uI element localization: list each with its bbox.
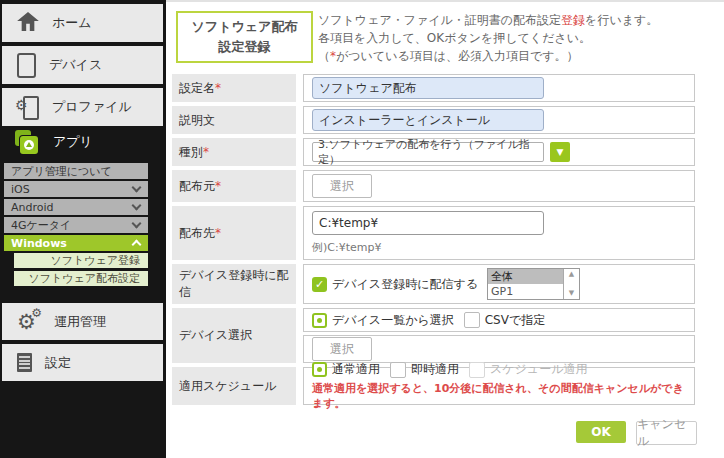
source-select-button[interactable]: 選択 [312,174,372,198]
csv-checkbox-label: CSVで指定 [485,312,546,329]
chevron-down-icon [132,219,142,229]
submenu-label: iOS [11,183,30,196]
type-select-value: 3.ソフトウェアの配布を行う（ファイル指定） [318,137,538,167]
sidebar-item-software-distribution[interactable]: ソフトウェア配布設定 [14,271,148,286]
submenu-label: アプリ管理について [11,164,112,179]
submenu-label: Windows [11,237,67,250]
schedule-options: 通常適用 即時適用 スケジュール適用 [312,361,597,378]
schedule-apply-checkbox [469,362,485,378]
page-title-line1: ソフトウェア配布 [192,17,298,37]
scroll-down-icon[interactable]: ▼ [569,290,574,297]
schedule-apply-label: スケジュール適用 [490,361,587,378]
sidebar-item-label: 設定 [45,354,71,372]
chevron-down-icon [132,201,142,211]
sidebar-item-label: アプリ [53,133,93,151]
cancel-button[interactable]: キャンセル [636,421,697,445]
group-list-item[interactable]: GP1 [488,284,563,299]
normal-apply-label: 通常適用 [332,361,380,378]
field-label-schedule: 適用スケジュール [172,367,296,405]
field-label-source: 配布元* [172,170,296,202]
field-cell-description [303,106,695,134]
sidebar-item-label: 運用管理 [54,313,106,331]
field-label-destination: 配布先* [172,206,296,260]
submenu-label: ソフトウェア登録 [50,253,140,268]
sidebar-item-android[interactable]: Android [4,199,148,215]
page-title-line2: 設定登録 [219,37,271,57]
sidebar: ホーム デバイス ⚙ プロファイル アプリ アプリ管理について iOS [0,0,166,458]
type-select-dropdown-button[interactable]: ▼ [550,142,570,162]
device-icon [17,53,36,78]
sidebar-item-windows[interactable]: Windows [4,235,148,251]
csv-checkbox[interactable] [464,312,480,328]
sidebar-item-label: プロファイル [52,98,132,116]
setting-name-input[interactable] [312,77,544,99]
field-cell-device-select-options: デバイス一覧から選択 CSVで指定 [303,308,695,332]
scroll-up-icon[interactable]: ▲ [569,271,574,278]
home-icon [17,12,39,34]
description-line2: 各項目を入力して、OKボタンを押してください。 [318,29,658,47]
field-cell-schedule: 通常適用 即時適用 スケジュール適用 通常適用を選択すると、10分後に配信され、… [303,367,695,405]
sidebar-item-operations[interactable]: ⚙ ⚙ 運用管理 [2,303,163,340]
group-list-item[interactable]: 全体 [488,269,563,284]
description-line3: （*がついている項目は、必須入力項目です。） [318,47,658,65]
field-cell-setting-name [303,74,695,102]
sidebar-item-4g[interactable]: 4Gケータイ [4,217,148,233]
device-list-radio[interactable] [312,313,327,328]
sidebar-item-app-management[interactable]: アプリ管理について [4,163,148,179]
deliver-on-register-checkbox[interactable]: ✓ [312,277,327,292]
sidebar-item-home[interactable]: ホーム [2,4,163,42]
listbox-scrollbar[interactable]: ▲ ▼ [563,269,579,299]
chevron-down-icon [132,183,142,193]
immediate-apply-checkbox[interactable] [390,362,406,378]
gears-icon: ⚙ ⚙ [17,309,41,335]
main-content: ソフトウェア配布 設定登録 ソフトウェア・ファイル・証明書の配布設定登録を行いま… [166,0,724,458]
destination-input[interactable] [312,211,544,235]
dropdown-arrow-icon: ▼ [557,147,564,157]
normal-apply-radio[interactable] [312,362,327,377]
apps-icon [15,130,40,155]
sidebar-item-settings[interactable]: 設定 [2,344,163,381]
group-listbox[interactable]: 全体 GP1 ▲ ▼ [487,268,580,300]
app-window: ホーム デバイス ⚙ プロファイル アプリ アプリ管理について iOS [0,0,724,458]
field-cell-destination: 例)C:¥temp¥ [303,206,695,260]
deliver-on-register-label: デバイス登録時に配信する [332,276,478,293]
destination-example: 例)C:¥temp¥ [312,240,381,255]
page-title: ソフトウェア配布 設定登録 [176,11,313,63]
submenu-label: 4Gケータイ [11,218,71,233]
check-icon: ✓ [315,278,324,291]
type-select[interactable]: 3.ソフトウェアの配布を行う（ファイル指定） [312,142,544,162]
sidebar-item-device[interactable]: デバイス [2,46,163,84]
field-cell-type: 3.ソフトウェアの配布を行う（ファイル指定） ▼ [303,138,695,166]
sidebar-item-profile[interactable]: ⚙ プロファイル [2,88,163,126]
ok-button[interactable]: OK [576,421,626,443]
schedule-note: 通常適用を選択すると、10分後に配信され、その間配信キャンセルができます。 [312,381,694,411]
field-cell-deliver-on-register: ✓ デバイス登録時に配信する 全体 GP1 ▲ ▼ [303,264,695,304]
field-cell-source: 選択 [303,170,695,202]
immediate-apply-label: 即時適用 [411,361,459,378]
page-description: ソフトウェア・ファイル・証明書の配布設定登録を行います。 各項目を入力して、OK… [318,11,658,65]
field-label-deliver-on-register: デバイス登録時に配信 [172,264,296,304]
field-label-description: 説明文 [172,106,296,134]
field-label-type: 種別* [172,138,296,166]
sidebar-item-ios[interactable]: iOS [4,181,148,197]
device-list-radio-label: デバイス一覧から選択 [332,312,454,329]
field-label-setting-name: 設定名* [172,74,296,102]
description-input[interactable] [312,109,544,131]
sidebar-item-label: デバイス [49,56,102,74]
device-select-button[interactable]: 選択 [312,337,372,361]
profile-icon: ⚙ [17,95,39,119]
submenu-label: ソフトウェア配布設定 [28,271,140,286]
description-line1: ソフトウェア・ファイル・証明書の配布設定登録を行います。 [318,11,658,29]
chevron-up-icon [132,240,142,250]
sidebar-item-apps[interactable]: アプリ [2,124,163,160]
sidebar-item-label: ホーム [52,14,92,32]
field-cell-device-select-button: 選択 [303,335,695,363]
field-label-device-select: デバイス選択 [172,308,296,363]
sidebar-item-software-register[interactable]: ソフトウェア登録 [14,253,148,268]
document-icon [17,353,32,372]
submenu-label: Android [11,201,54,214]
